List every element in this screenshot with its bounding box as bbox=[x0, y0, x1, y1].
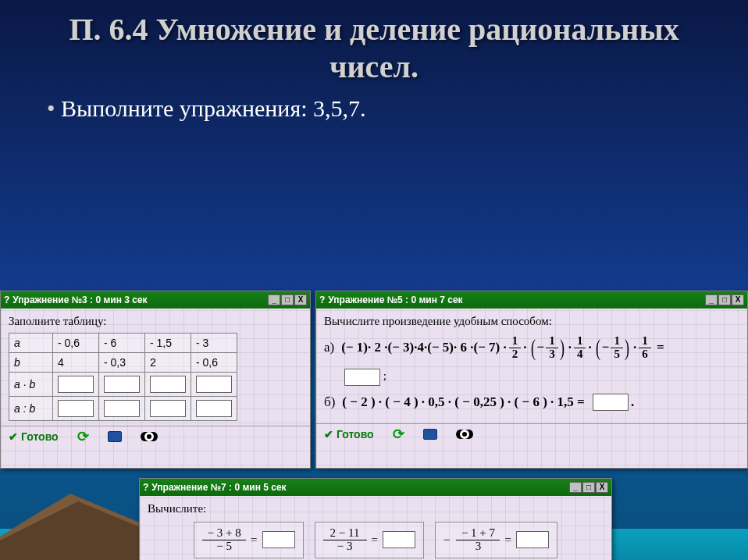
answer-input[interactable] bbox=[150, 400, 186, 417]
fraction: 2 − 11− 3 bbox=[323, 527, 367, 553]
titlebar[interactable]: ? Упражнение №5 : 0 мин 7 сек _ □ X bbox=[316, 291, 747, 309]
minimize-button[interactable]: _ bbox=[569, 482, 582, 493]
fraction-cell: − 3 + 8− 5= bbox=[194, 522, 303, 558]
refresh-icon[interactable]: ⟳ bbox=[77, 428, 89, 445]
exercise-5-window: ? Упражнение №5 : 0 мин 7 сек _ □ X Вычи… bbox=[315, 291, 748, 469]
slide-title: П. 6.4 Умножение и деление рациональных … bbox=[0, 0, 748, 91]
close-button[interactable]: X bbox=[596, 482, 608, 493]
fraction-cell: 2 − 11− 3= bbox=[315, 522, 424, 558]
answer-input[interactable] bbox=[593, 394, 629, 411]
answer-input[interactable] bbox=[150, 376, 186, 393]
statusbar: Готово ⟳ bbox=[316, 423, 747, 444]
answer-input[interactable] bbox=[196, 376, 232, 393]
calculator-icon[interactable] bbox=[108, 431, 122, 442]
answer-input[interactable] bbox=[104, 376, 140, 393]
exercise-7-window: ? Упражнение №7 : 0 мин 5 сек _ □ X Вычи… bbox=[139, 478, 612, 560]
answer-input[interactable] bbox=[196, 400, 232, 417]
help-icon: ? bbox=[143, 479, 148, 496]
window-title: Упражнение №3 : 0 мин 3 сек bbox=[12, 291, 147, 309]
prompt: Вычислите: bbox=[148, 502, 604, 515]
eye-icon[interactable] bbox=[456, 430, 473, 439]
help-icon: ? bbox=[4, 291, 9, 309]
answer-input[interactable] bbox=[262, 531, 295, 548]
minimize-button[interactable]: _ bbox=[268, 294, 280, 305]
prompt: Заполните таблицу: bbox=[9, 315, 302, 328]
expression-b: б) ( − 2 ) · ( − 4 ) · 0,5 · ( − 0,25 ) … bbox=[324, 394, 739, 411]
maximize-button[interactable]: □ bbox=[281, 294, 294, 305]
table-row: a : b bbox=[9, 397, 237, 421]
answer-input[interactable] bbox=[58, 376, 94, 393]
fraction: − 3 + 8− 5 bbox=[202, 527, 246, 553]
minimize-button[interactable]: _ bbox=[705, 294, 718, 305]
answer-input[interactable] bbox=[516, 531, 549, 548]
answer-input[interactable] bbox=[104, 400, 140, 417]
exercise-grid: − 3 + 8− 5=2 − 11− 3=−− 1 + 73=− 7 − 54=… bbox=[148, 522, 604, 560]
fraction-cell: −− 1 + 73= bbox=[435, 522, 557, 558]
calculator-icon[interactable] bbox=[423, 429, 437, 440]
table-row: a · b bbox=[9, 373, 237, 397]
window-title: Упражнение №5 : 0 мин 7 сек bbox=[328, 291, 462, 309]
ready-button[interactable]: Готово bbox=[9, 430, 59, 443]
refresh-icon[interactable]: ⟳ bbox=[393, 426, 404, 443]
fraction: − 1 + 73 bbox=[456, 527, 500, 553]
expression-a: а) (− 1)· 2 ·(− 3)·4·(− 5)· 6 ·(− 7) · 1… bbox=[324, 334, 739, 361]
statusbar: Готово ⟳ bbox=[1, 426, 310, 446]
slide-bullet: Выполните упражнения: 3,5,7. bbox=[0, 91, 748, 130]
close-button[interactable]: X bbox=[732, 294, 744, 305]
close-button[interactable]: X bbox=[294, 294, 307, 305]
ready-button[interactable]: Готово bbox=[324, 428, 374, 441]
exercise-3-window: ? Упражнение №3 : 0 мин 3 сек _ □ X Запо… bbox=[0, 291, 311, 469]
eye-icon[interactable] bbox=[141, 432, 158, 441]
table-row: a - 0,6 - 6 - 1,5 - 3 bbox=[9, 334, 237, 353]
answer-input[interactable] bbox=[383, 531, 415, 548]
maximize-button[interactable]: □ bbox=[582, 482, 595, 493]
titlebar[interactable]: ? Упражнение №3 : 0 мин 3 сек _ □ X bbox=[1, 291, 310, 309]
leading-minus: − bbox=[443, 533, 450, 547]
help-icon: ? bbox=[319, 291, 325, 309]
titlebar[interactable]: ? Упражнение №7 : 0 мин 5 сек _ □ X bbox=[140, 479, 611, 496]
answer-input[interactable] bbox=[58, 400, 94, 417]
answer-input[interactable] bbox=[344, 369, 380, 386]
window-title: Упражнение №7 : 0 мин 5 сек bbox=[151, 479, 286, 496]
maximize-button[interactable]: □ bbox=[718, 294, 731, 305]
prompt: Вычислите произведение удобным способом: bbox=[324, 315, 739, 328]
data-table: a - 0,6 - 6 - 1,5 - 3 b 4 - 0,3 2 - 0,6 … bbox=[9, 333, 237, 421]
table-row: b 4 - 0,3 2 - 0,6 bbox=[9, 353, 237, 373]
